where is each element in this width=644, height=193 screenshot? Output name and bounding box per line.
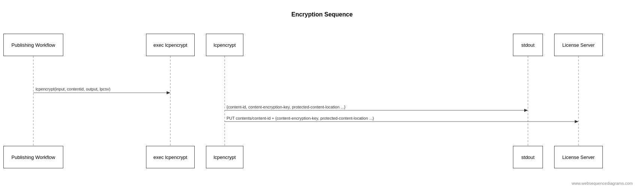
actor-publishing-workflow-top: Publishing Workflow: [3, 34, 63, 56]
actor-exec-lcpencrypt-bottom: exec lcpencrypt: [146, 146, 195, 168]
actor-license-server-top: License Server: [554, 34, 603, 56]
actor-exec-lcpencrypt-top: exec lcpencrypt: [146, 34, 195, 56]
actor-lcpencrypt-bottom: lcpencrypt: [206, 146, 243, 168]
svg-text:lcpencrypt(input, contentid, o: lcpencrypt(input, contentid, output, lpc…: [36, 87, 110, 91]
actor-lcpencrypt-top: lcpencrypt: [206, 34, 243, 56]
svg-text:PUT contents/content-id + {con: PUT contents/content-id + {content-encry…: [227, 116, 374, 120]
diagram-title: Encryption Sequence: [0, 11, 644, 18]
svg-marker-9: [524, 109, 528, 112]
actor-license-server-bottom: License Server: [554, 146, 603, 168]
watermark: www.websequencediagrams.com: [572, 181, 633, 186]
arrows-svg: lcpencrypt(input, contentid, output, lpc…: [0, 0, 644, 193]
svg-text:{content-id, content-encryptio: {content-id, content-encryption-key, pro…: [227, 105, 346, 109]
svg-marker-12: [575, 120, 578, 123]
actor-stdout-bottom: stdout: [513, 146, 543, 168]
actor-stdout-top: stdout: [513, 34, 543, 56]
actor-publishing-workflow-bottom: Publishing Workflow: [3, 146, 63, 168]
diagram-container: Encryption Sequence lcpencrypt(input, co…: [0, 0, 644, 193]
svg-marker-6: [167, 91, 170, 94]
